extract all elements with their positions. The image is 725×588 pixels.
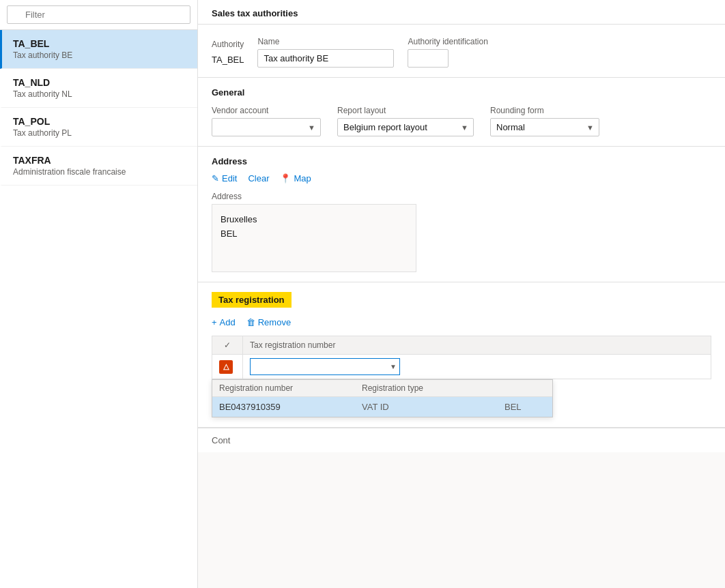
clear-address-button[interactable]: Clear [248, 172, 269, 185]
warning-icon: △ [219, 360, 233, 374]
report-layout-select-wrapper: Belgium report layout Standard Custom ▼ [337, 118, 474, 136]
sidebar-item-taxfra[interactable]: TAXFRA Administration fiscale francaise [0, 147, 197, 186]
warning-cell: △ [212, 355, 243, 379]
dropdown-suggestions: Registration number Registration type BE… [212, 379, 553, 417]
sidebar-item-ta-nld[interactable]: TA_NLD Tax authority NL [0, 69, 197, 108]
authority-id-label: Authority identification [408, 37, 487, 46]
suggestion-reg-number: BE0437910359 [219, 402, 362, 412]
address-title: Address [212, 156, 711, 166]
vendor-account-label: Vendor account [212, 106, 321, 115]
plus-icon: + [212, 317, 217, 327]
tax-registration-header: Tax registration [212, 292, 292, 308]
rounding-form-label: Rounding form [490, 106, 599, 115]
general-title: General [212, 87, 711, 98]
name-label: Name [257, 37, 394, 46]
suggestions-col2: Registration type [362, 383, 504, 393]
suggestion-row[interactable]: BE0437910359 VAT ID BEL [212, 397, 552, 417]
check-column-header: ✓ [212, 336, 243, 355]
contact-stub: Cont [198, 428, 725, 452]
suggestions-col1: Registration number [219, 383, 362, 393]
map-icon: 📍 [280, 173, 291, 183]
suggestion-country: BEL [504, 402, 545, 412]
name-input[interactable] [257, 49, 394, 68]
sidebar-item-subtitle: Tax authority NL [13, 89, 186, 99]
map-address-button[interactable]: 📍 Map [280, 172, 311, 185]
address-section: Address ✎ Edit Clear 📍 Map Address Bruxe… [198, 147, 725, 282]
table-row: △ ▼ [212, 355, 711, 379]
remove-tax-reg-button[interactable]: 🗑 Remove [246, 316, 291, 329]
sidebar-item-subtitle: Tax authority BE [13, 50, 186, 60]
tax-reg-number-input[interactable] [253, 360, 387, 373]
main-content: Sales tax authorities Authority TA_BEL N… [198, 0, 725, 588]
trash-icon: 🗑 [246, 317, 255, 327]
tax-registration-section: Tax registration + Add 🗑 Remove ✓ Tax re… [198, 282, 725, 428]
sidebar: 🔍 TA_BEL Tax authority BE TA_NLD Tax aut… [0, 0, 198, 588]
authority-section: Authority TA_BEL Name Authority identifi… [198, 25, 725, 78]
authority-id-field: Authority identification [408, 37, 487, 68]
sidebar-item-title: TA_BEL [13, 38, 186, 49]
authority-value: TA_BEL [212, 52, 244, 68]
rounding-form-field: Rounding form Normal 0.01 0.1 ▼ [490, 106, 599, 136]
sidebar-item-title: TA_NLD [13, 77, 186, 88]
dropdown-input-row: ▼ [250, 358, 400, 375]
report-layout-field: Report layout Belgium report layout Stan… [337, 106, 474, 136]
tax-registration-table: ✓ Tax registration number △ ▼ [212, 336, 711, 379]
rounding-form-select[interactable]: Normal 0.01 0.1 [490, 118, 599, 136]
vendor-account-select-wrapper: ▼ [212, 118, 321, 136]
vendor-account-field: Vendor account ▼ [212, 106, 321, 136]
suggestions-header: Registration number Registration type [212, 380, 552, 397]
add-tax-reg-button[interactable]: + Add [212, 316, 236, 329]
section-title: Sales tax authorities [198, 0, 725, 25]
filter-box: 🔍 [0, 0, 197, 30]
report-layout-label: Report layout [337, 106, 474, 115]
report-layout-select[interactable]: Belgium report layout Standard Custom [337, 118, 474, 136]
rounding-form-select-wrapper: Normal 0.01 0.1 ▼ [490, 118, 599, 136]
filter-input[interactable] [7, 5, 190, 24]
address-box: Bruxelles BEL [212, 204, 416, 272]
suggestion-reg-type: VAT ID [362, 402, 504, 412]
sidebar-item-title: TAXFRA [13, 155, 186, 166]
sidebar-item-ta-pol[interactable]: TA_POL Tax authority PL [0, 108, 197, 147]
general-section: General Vendor account ▼ Report layout B… [198, 78, 725, 147]
sidebar-item-subtitle: Administration fiscale francaise [13, 167, 186, 177]
edit-address-button[interactable]: ✎ Edit [212, 172, 237, 185]
address-toolbar: ✎ Edit Clear 📍 Map [212, 172, 711, 185]
chevron-down-icon: ▼ [390, 363, 397, 370]
name-field: Name [257, 37, 394, 68]
address-label: Address [212, 192, 711, 201]
sidebar-item-ta-bel[interactable]: TA_BEL Tax authority BE [0, 30, 197, 69]
authority-field: Authority TA_BEL [212, 40, 244, 68]
sidebar-item-title: TA_POL [13, 116, 186, 127]
sidebar-item-subtitle: Tax authority PL [13, 128, 186, 138]
tax-toolbar: + Add 🗑 Remove [212, 316, 711, 329]
authority-label: Authority [212, 40, 244, 49]
address-line1: Bruxelles [221, 213, 408, 227]
authority-id-input[interactable] [408, 49, 449, 68]
tax-reg-input-cell: ▼ [243, 355, 711, 379]
edit-icon: ✎ [212, 173, 219, 183]
vendor-account-select[interactable] [212, 118, 321, 136]
tax-reg-number-column-header: Tax registration number [243, 336, 711, 355]
address-line2: BEL [221, 227, 408, 241]
